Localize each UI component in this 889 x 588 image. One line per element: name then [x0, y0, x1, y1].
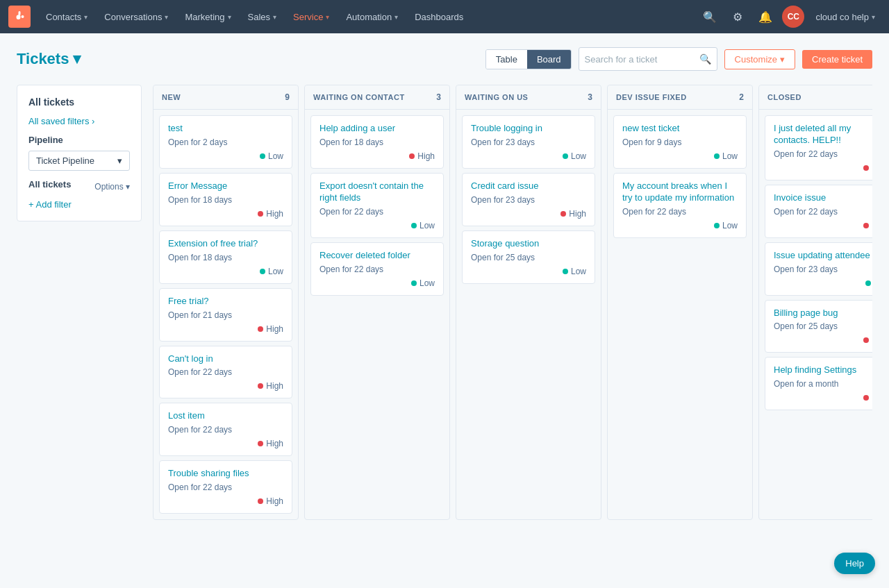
options-chevron-icon: ▾ — [126, 182, 130, 192]
all-tickets-label: All tickets — [28, 179, 71, 190]
ticket-days: Open for 25 days — [774, 321, 872, 331]
nav-logo — [8, 6, 31, 28]
column-header-waiting-on-us: WAITING ON US 3 — [456, 85, 601, 110]
ticket-card[interactable]: test Open for 2 days Low — [159, 115, 292, 169]
priority-dot-low — [260, 153, 265, 159]
ticket-card[interactable]: Credit card issue Open for 23 days High — [462, 173, 595, 226]
nav-sales[interactable]: Sales ▾ — [241, 8, 284, 26]
ticket-name: Storage question — [471, 238, 586, 250]
settings-icon-btn[interactable]: ⚙ — [726, 6, 749, 28]
ticket-days: Open for 21 days — [168, 310, 283, 320]
page-title[interactable]: Tickets ▾ — [17, 50, 81, 68]
priority-label: Low — [571, 151, 586, 161]
user-menu[interactable]: cloud co help ▾ — [810, 12, 881, 22]
table-view-button[interactable]: Table — [486, 50, 527, 69]
priority-label: High — [872, 393, 872, 403]
options-row: All tickets Options ▾ — [28, 179, 130, 194]
header-actions: Table Board 🔍 Customize ▾ Create ticket — [485, 47, 872, 71]
ticket-days: Open for a month — [774, 379, 872, 389]
create-ticket-button[interactable]: Create ticket — [802, 50, 872, 69]
customize-button[interactable]: Customize ▾ — [724, 49, 795, 69]
nav-dashboards[interactable]: Dashboards — [408, 8, 470, 26]
priority-dot-high — [409, 153, 415, 159]
nav-marketing[interactable]: Marketing ▾ — [178, 8, 238, 26]
user-chevron-icon: ▾ — [872, 13, 875, 21]
ticket-card[interactable]: Billing page bug Open for 25 days High — [765, 300, 872, 353]
ticket-card[interactable]: Error Message Open for 18 days High — [159, 173, 292, 226]
nav-contacts[interactable]: Contacts ▾ — [39, 8, 94, 26]
ticket-priority: Low — [622, 221, 738, 230]
board-view-button[interactable]: Board — [527, 50, 571, 69]
ticket-priority: High — [774, 221, 872, 230]
column-count-new: 9 — [285, 92, 290, 102]
column-dev-issue-fixed: DEV ISSUE FIXED 2 new test ticket Open f… — [607, 85, 753, 520]
page-header: Tickets ▾ Table Board 🔍 Customize ▾ Crea… — [17, 47, 872, 71]
ticket-card[interactable]: Extension of free trial? Open for 18 day… — [159, 230, 292, 284]
ticket-card[interactable]: Help finding Settings Open for a month H… — [765, 357, 872, 410]
ticket-priority: High — [774, 393, 872, 403]
ticket-name: Billing page bug — [774, 308, 872, 319]
sales-chevron-icon: ▾ — [273, 13, 276, 21]
ticket-card[interactable]: Storage question Open for 25 days Low — [462, 230, 595, 284]
column-header-closed: CLOSED 5 — [759, 85, 872, 110]
options-link[interactable]: Options ▾ — [94, 182, 130, 192]
ticket-name: test — [168, 123, 283, 135]
pipeline-select[interactable]: Ticket Pipeline ▾ — [28, 151, 130, 171]
ticket-card[interactable]: I just deleted all my contacts. HELP!! O… — [765, 115, 872, 180]
ticket-days: Open for 23 days — [471, 137, 586, 147]
ticket-days: Open for 18 days — [168, 195, 283, 205]
ticket-days: Open for 25 days — [471, 253, 586, 262]
ticket-name: Trouble sharing files — [168, 468, 283, 480]
search-icon-btn[interactable]: 🔍 — [699, 6, 721, 28]
ticket-card[interactable]: Trouble logging in Open for 23 days Low — [462, 115, 595, 169]
ticket-priority: Low — [622, 151, 738, 161]
column-title-new: NEW — [162, 93, 181, 101]
ticket-days: Open for 22 days — [774, 149, 872, 159]
ticket-card[interactable]: Recover deleted folder Open for 22 days … — [310, 242, 444, 296]
priority-label: High — [417, 151, 435, 161]
nav-conversations[interactable]: Conversations ▾ — [97, 8, 175, 26]
ticket-card[interactable]: Invoice issue Open for 22 days High — [765, 185, 872, 238]
column-body-new: test Open for 2 days Low Error Message O… — [153, 110, 298, 519]
ticket-priority: High — [168, 209, 283, 219]
priority-label: Low — [571, 267, 586, 276]
board-container: All tickets All saved filters › Pipeline… — [17, 85, 872, 520]
ticket-priority: Low — [471, 267, 586, 276]
search-input[interactable] — [585, 54, 699, 65]
sidebar-saved-filters-link[interactable]: All saved filters › — [28, 116, 130, 126]
add-filter-link[interactable]: + Add filter — [28, 199, 72, 210]
priority-dot-low — [714, 223, 720, 228]
ticket-days: Open for 22 days — [319, 264, 435, 274]
ticket-card[interactable]: Lost item Open for 22 days High — [159, 403, 292, 456]
priority-label: Low — [419, 221, 435, 230]
ticket-card[interactable]: Help adding a user Open for 18 days High — [310, 115, 444, 169]
nav-service[interactable]: Service ▾ — [286, 8, 336, 26]
ticket-name: Error Message — [168, 180, 283, 192]
main-content: Tickets ▾ Table Board 🔍 Customize ▾ Crea… — [0, 33, 889, 534]
priority-dot-high — [863, 395, 869, 401]
conversations-chevron-icon: ▾ — [165, 13, 168, 21]
ticket-card[interactable]: Export doesn't contain the right fields … — [310, 173, 444, 238]
ticket-card[interactable]: My account breaks when I try to update m… — [613, 173, 747, 238]
priority-label: High — [266, 324, 283, 334]
ticket-card[interactable]: Issue updating attendee Open for 23 days… — [765, 242, 872, 296]
avatar[interactable]: CC — [782, 6, 804, 28]
ticket-card[interactable]: Can't log in Open for 22 days High — [159, 346, 292, 399]
page-title-chevron-icon: ▾ — [73, 50, 81, 68]
ticket-priority: High — [168, 496, 283, 506]
priority-dot-low — [563, 153, 568, 159]
ticket-card[interactable]: Trouble sharing files Open for 22 days H… — [159, 460, 292, 514]
ticket-card[interactable]: Free trial? Open for 21 days High — [159, 288, 292, 342]
ticket-days: Open for 23 days — [471, 195, 586, 205]
column-new: NEW 9 test Open for 2 days Low Error Mes… — [153, 85, 299, 520]
ticket-days: Open for 18 days — [319, 137, 435, 147]
priority-label: High — [872, 163, 872, 173]
nav-automation[interactable]: Automation ▾ — [339, 8, 405, 26]
priority-dot-high — [258, 498, 263, 504]
ticket-name: Can't log in — [168, 353, 283, 365]
priority-label: High — [569, 209, 586, 219]
notifications-icon-btn[interactable]: 🔔 — [754, 6, 776, 28]
ticket-priority: Low — [168, 267, 283, 276]
priority-label: High — [872, 221, 872, 230]
ticket-card[interactable]: new test ticket Open for 9 days Low — [613, 115, 747, 169]
